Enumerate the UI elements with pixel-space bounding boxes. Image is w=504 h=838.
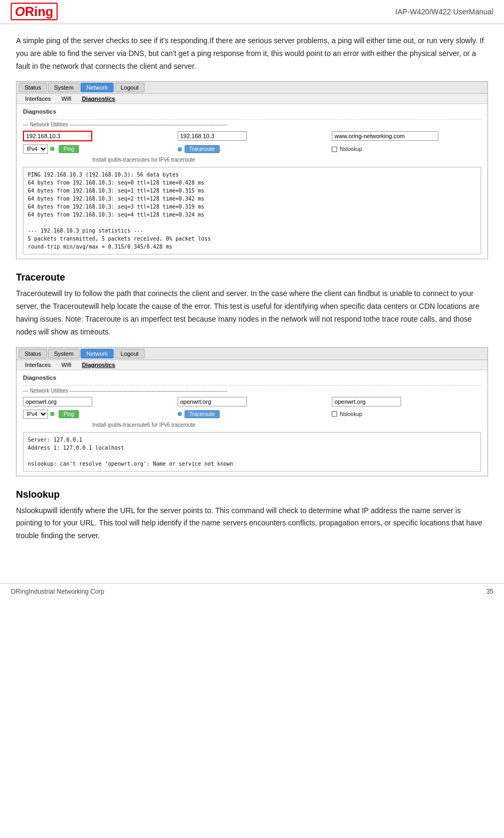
ping-input-row xyxy=(23,131,481,141)
tr-select-row: IPv4IPv6 Ping xyxy=(23,410,172,419)
ping-col2 xyxy=(178,131,327,141)
ping-output-line3: 64 bytes from 192.168.10.3: seq=1 ttl=12… xyxy=(28,187,476,195)
tr-sub-diagnostics[interactable]: Diagnostics xyxy=(78,361,119,369)
tr-col2 xyxy=(178,397,327,406)
ping-output-line2: 64 bytes from 192.168.10.3: seq=0 ttl=12… xyxy=(28,179,476,187)
ping-mockup: Status System Network Logout Interfaces … xyxy=(16,81,488,259)
tr-traceroute-dot xyxy=(178,412,182,416)
sub-diagnostics[interactable]: Diagnostics xyxy=(78,95,119,102)
nav-logout[interactable]: Logout xyxy=(115,83,145,92)
ping-ui-body: Diagnostics --- Network Utilities ------… xyxy=(17,104,487,259)
ping-col1 xyxy=(23,131,172,141)
ping-green-dot xyxy=(50,147,54,151)
ping-output-stats: --- 192.168.10.3 ping statistics --- xyxy=(28,227,476,235)
ping-output-packets: 5 packets transmitted, 5 packets receive… xyxy=(28,235,476,243)
tr-nav-logout[interactable]: Logout xyxy=(115,349,145,358)
nslookup-checkbox[interactable] xyxy=(332,147,337,152)
ping-output-line5: 64 bytes from 192.168.10.3: seq=3 ttl=12… xyxy=(28,203,476,211)
ping-ipv6-note: Install iputils-traceroutes for IPv6 tra… xyxy=(23,157,481,163)
ping-section-title: Diagnostics xyxy=(23,108,481,115)
ping-ipv-select[interactable]: IPv4IPv6 xyxy=(23,145,48,154)
traceroute-btn-col: Traceroute xyxy=(178,145,327,153)
ping-output-rtt: round-trip min/avg/max = 0.315/0.345/0.4… xyxy=(28,243,476,251)
tr-input-row xyxy=(23,397,481,406)
tr-col1 xyxy=(23,397,172,406)
ping-button[interactable]: Ping xyxy=(59,145,79,153)
nslookup-heading: Nslookup xyxy=(16,489,488,500)
nslookup-label: Nslookup xyxy=(340,146,362,152)
ping-col3 xyxy=(332,131,481,141)
nav-system[interactable]: System xyxy=(48,83,79,92)
traceroute-mockup: Status System Network Logout Interfaces … xyxy=(16,347,488,476)
traceroute-sub-nav: Interfaces Wifi Diagnostics xyxy=(17,360,487,370)
tr-nslookup-btn-col: Nslookup xyxy=(332,411,481,417)
footer-company: ORingIndustrial Networking Corp xyxy=(11,588,104,595)
ping-output-line4: 64 bytes from 192.168.10.3: seq=2 ttl=12… xyxy=(28,195,476,203)
tr-ipv6-note: Install iputils-traceroute6 for IPv6 tra… xyxy=(23,422,481,428)
header-title: IAP-W420/W422 UserManual xyxy=(395,7,493,16)
tr-nav-network[interactable]: Network xyxy=(81,349,114,358)
nslookup-paragraph: Nslookupwill identify where the URL for … xyxy=(16,505,488,542)
ping-output-blank xyxy=(28,219,476,227)
nav-status[interactable]: Status xyxy=(19,83,47,92)
tr-nslookup-label: Nslookup xyxy=(340,411,362,417)
sub-wifi[interactable]: Wifi xyxy=(57,95,75,102)
ping-output: PING 192.168.10.3 (192.168.10.3): 56 dat… xyxy=(23,167,481,254)
ping-output-line1: PING 192.168.10.3 (192.168.10.3): 56 dat… xyxy=(28,171,476,179)
ping-input3[interactable] xyxy=(332,131,438,141)
tr-ipv-select[interactable]: IPv4IPv6 xyxy=(23,410,48,419)
nav-network[interactable]: Network xyxy=(81,83,114,92)
intro-paragraph: A simple ping of the server checks to se… xyxy=(16,35,488,73)
footer-page-number: 35 xyxy=(486,588,493,595)
logo-text: ORing xyxy=(11,4,58,19)
logo: ORing xyxy=(11,4,58,19)
tr-network-utilities-label: --- Network Utilities ------------------… xyxy=(23,385,481,394)
ping-control-row: IPv4IPv6 Ping Traceroute Nslookup xyxy=(23,145,481,154)
tr-section-title: Diagnostics xyxy=(23,374,481,381)
tr-dot-wrap xyxy=(50,411,55,417)
page-header: ORing IAP-W420/W422 UserManual xyxy=(0,0,504,24)
traceroute-ui-body: Diagnostics --- Network Utilities ------… xyxy=(17,370,487,476)
tr-input1[interactable] xyxy=(23,397,92,406)
ping-input1[interactable] xyxy=(23,131,92,141)
tr-traceroute-button[interactable]: Traceroute xyxy=(185,410,220,418)
tr-green-dot xyxy=(50,412,54,416)
ping-select-row: IPv4IPv6 Ping xyxy=(23,145,172,154)
tr-input3[interactable] xyxy=(332,397,401,406)
tr-output-line2: Address 1: 127.0.0.1 localhost xyxy=(28,444,476,452)
ping-nav-bar: Status System Network Logout xyxy=(17,82,487,94)
tr-output-line1: Server: 127.0.0.1 xyxy=(28,436,476,444)
tr-ping-button[interactable]: Ping xyxy=(59,410,79,418)
main-content: A simple ping of the server checks to se… xyxy=(0,24,504,562)
traceroute-heading: Traceroute xyxy=(16,272,488,283)
tr-output-blank xyxy=(28,452,476,460)
ping-network-utilities-label: --- Network Utilities ------------------… xyxy=(23,119,481,127)
tr-output: Server: 127.0.0.1 Address 1: 127.0.0.1 l… xyxy=(23,432,481,472)
ping-input2[interactable] xyxy=(178,131,247,141)
ping-dot xyxy=(50,146,55,152)
tr-nav-status[interactable]: Status xyxy=(19,349,47,358)
tr-col3 xyxy=(332,397,481,406)
tr-input2[interactable] xyxy=(178,397,247,406)
nslookup-btn-col: Nslookup xyxy=(332,146,481,152)
tr-control-row: IPv4IPv6 Ping Traceroute Nslookup xyxy=(23,410,481,419)
tr-nslookup-checkbox[interactable] xyxy=(332,411,337,417)
tr-output-line3: nslookup: can't resolve 'openwrt.org': N… xyxy=(28,460,476,468)
traceroute-paragraph: Traceroutewill try to follow the path th… xyxy=(16,288,488,338)
traceroute-nav-bar: Status System Network Logout xyxy=(17,348,487,360)
ping-output-line6: 64 bytes from 192.168.10.3: seq=4 ttl=12… xyxy=(28,211,476,219)
page-footer: ORingIndustrial Networking Corp 35 xyxy=(0,583,504,600)
tr-traceroute-btn-col: Traceroute xyxy=(178,410,327,418)
traceroute-dot xyxy=(178,147,182,151)
tr-nav-system[interactable]: System xyxy=(48,349,79,358)
sub-interfaces[interactable]: Interfaces xyxy=(21,95,55,102)
tr-sub-interfaces[interactable]: Interfaces xyxy=(21,361,55,369)
tr-sub-wifi[interactable]: Wifi xyxy=(57,361,75,369)
ping-sub-nav: Interfaces Wifi Diagnostics xyxy=(17,94,487,104)
traceroute-button[interactable]: Traceroute xyxy=(185,145,220,153)
